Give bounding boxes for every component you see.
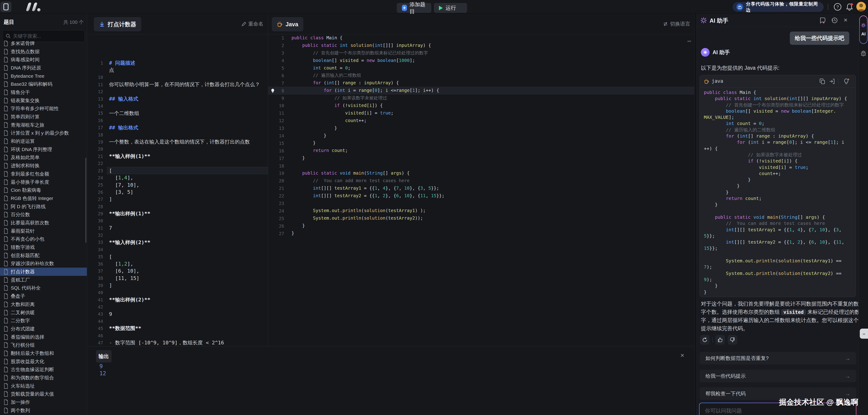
sidebar-item[interactable]: 股票收益最大化 — [0, 357, 87, 365]
arrow-right-icon: → — [845, 373, 850, 379]
thumbs-down-button[interactable] — [727, 335, 737, 345]
sidebar-item[interactable]: 二叉树供暖 — [0, 309, 87, 317]
java-code-editor[interactable]: 1public class Main {2 public static int … — [268, 34, 694, 237]
run-button[interactable]: 运行 — [434, 3, 467, 13]
thumbs-up-button[interactable] — [715, 335, 725, 345]
markdown-line: 26 [3, 5] — [87, 189, 268, 196]
ai-code-content[interactable]: public class Main { public static int so… — [704, 89, 847, 295]
sidebar-item[interactable]: RGB 色值转 Integer — [0, 194, 87, 202]
history-icon[interactable] — [831, 17, 838, 24]
sidebar-item[interactable]: 链表聚集交换 — [0, 96, 87, 105]
suggestion-card[interactable]: 如何判断数据范围是否重复? → — [700, 352, 856, 364]
sidebar-item[interactable]: 飞行棋分组 — [0, 341, 87, 349]
sidebar-item[interactable]: 青海湖租车之旅 — [0, 121, 87, 129]
markdown-editor[interactable]: 1# 问题描述点10 11你可以帮助小明算一算，在不同的情况下，计数器会打出几个… — [87, 46, 268, 346]
sidebar-item[interactable]: SQL 代码补全 — [0, 284, 87, 292]
help-icon[interactable]: ? — [834, 3, 842, 11]
document-icon — [4, 138, 8, 144]
document-icon — [4, 253, 8, 258]
document-icon — [4, 180, 8, 185]
sidebar-scrollbar[interactable] — [85, 158, 86, 243]
sidebar-item[interactable]: 百分位数 — [0, 211, 87, 219]
line-number: 10 — [87, 75, 107, 80]
sidebar-item[interactable]: 叠盘子 — [0, 292, 87, 300]
new-chat-icon[interactable] — [819, 17, 827, 24]
sidebar-item[interactable]: 加一操作 — [0, 398, 87, 406]
sidebar-item[interactable]: 阿 D 的飞行路线 — [0, 202, 87, 211]
problem-tab[interactable]: 打点计数器 — [94, 17, 141, 31]
sidebar-item[interactable]: 和的逆运算 — [0, 137, 87, 145]
sidebar-item[interactable]: 穿越沙漠的补给次数 — [0, 260, 87, 268]
sidebar-item[interactable]: 分布式团建 — [0, 325, 87, 333]
switch-language-button[interactable]: 切换语言 — [663, 21, 690, 27]
copy-icon[interactable] — [819, 78, 826, 85]
sidebar-item[interactable]: 猜数字游戏 — [0, 243, 87, 251]
quick-fix-lightbulb-icon[interactable] — [270, 88, 276, 94]
sidebar-item[interactable]: 古生物血缘远近判断 — [0, 365, 87, 374]
sidebar-item[interactable]: 比赛最高获胜次数 — [0, 219, 87, 227]
sidebar-item[interactable]: Base32 编码和解码 — [0, 80, 87, 88]
output-tab[interactable]: 输出 — [96, 350, 112, 362]
document-icon — [4, 293, 8, 299]
insert-code-icon[interactable] — [829, 78, 836, 85]
markdown-line: 29**输出样例(1)** — [87, 210, 268, 217]
sidebar-item-label: 蛋糕工厂 — [11, 277, 30, 283]
notification-bell-icon[interactable] — [845, 3, 854, 11]
sidebar-item[interactable]: 及格如此简单 — [0, 154, 87, 162]
sidebar-item[interactable]: 计算位置 x 到 y 的最少步数 — [0, 129, 87, 137]
app-logo[interactable] — [25, 2, 49, 12]
rename-button[interactable]: 重命名 — [241, 21, 264, 27]
close-icon[interactable]: × — [842, 17, 849, 24]
debug-bug-icon[interactable] — [861, 50, 866, 57]
sidebar-item[interactable]: 创意标题匹配 — [0, 251, 87, 260]
sidebar-item[interactable]: Cion 勒索病毒 — [0, 186, 87, 194]
sidebar-item[interactable]: 进制求和转换 — [0, 162, 87, 170]
sparkle-icon — [701, 17, 707, 24]
sidebar-item[interactable]: 多米诺骨牌 — [0, 39, 87, 47]
problem-description-panel: 打点计数器 重命名 1# 问题描述点10 11你可以帮助小明算一算，在不同的情况… — [87, 14, 268, 346]
user-avatar[interactable] — [856, 2, 866, 11]
sidebar-item[interactable]: 打点计数器 — [0, 267, 87, 276]
sidebar-item[interactable]: 翻转后最大子数组和 — [0, 349, 87, 357]
sidebar-item[interactable]: 环状 DNA 序列整理 — [0, 145, 87, 154]
output-close-icon[interactable]: × — [680, 351, 684, 359]
sidebar-item[interactable]: 简单四则计算 — [0, 113, 87, 121]
sidebar-item[interactable]: 两个数列 — [0, 406, 87, 415]
add-problem-button[interactable]: + 添加题目 — [397, 3, 431, 13]
promo-banner[interactable]: 分享代码练习体验，领限量定制周边 — [733, 2, 824, 12]
sidebar-item[interactable]: 病毒感染时间 — [0, 56, 87, 64]
sidebar-item[interactable]: 最小替换子串长度 — [0, 178, 87, 186]
sidebar-item-label: 拿到最多红包金额 — [11, 171, 49, 177]
language-tab-java[interactable]: Java — [272, 17, 303, 31]
search-input[interactable] — [13, 33, 82, 39]
sidebar-item[interactable]: 暴雨梨花针 — [0, 227, 87, 235]
code-panel-header: Java 切换语言 — [268, 14, 694, 34]
sidebar-item[interactable]: 二分数字 — [0, 317, 87, 325]
sidebar-item[interactable]: 番茄编辑的选择 — [0, 333, 87, 341]
sidebar-item[interactable]: 拿到最多红包金额 — [0, 170, 87, 178]
sidebar-toggle-button[interactable] — [0, 2, 11, 12]
sidebar-item-label: 和的逆运算 — [11, 138, 35, 145]
sidebar-item[interactable]: 和为偶数的数字组合 — [0, 374, 87, 382]
sidebar-item[interactable]: 字符串有多少种可能性 — [0, 105, 87, 113]
sidebar-item[interactable]: 不再贪心的小包 — [0, 235, 87, 244]
pencil-icon — [241, 22, 246, 27]
sidebar-item[interactable]: 查找热点数据 — [0, 47, 87, 56]
sidebar-item[interactable]: 蛋糕工厂 — [0, 276, 87, 284]
hint-lightbulb-icon[interactable] — [843, 78, 850, 85]
sidebar-item[interactable]: DNA 序列还原 — [0, 64, 87, 72]
sidebar-item[interactable]: 火车站选址 — [0, 382, 87, 390]
ai-code-line: int count = 0; — [704, 121, 847, 127]
sidebar-item[interactable]: 货船载货量的最大值 — [0, 390, 87, 398]
ai-code-line: for (int[] range : inputArray) { — [704, 133, 847, 139]
line-number: 22 — [268, 193, 288, 198]
suggestion-card[interactable]: 给我一些代码提示 → — [700, 370, 856, 382]
panel-collapse-handle[interactable]: ›‹ — [860, 329, 868, 339]
ai-code-line — [704, 208, 847, 214]
ai-assistant-toggle[interactable]: AI — [859, 15, 868, 44]
markdown-line: 47- 数字范围 [-10^9, 10^9]，数组长度 < 2^16 — [87, 339, 268, 346]
sidebar-item[interactable]: 猫鱼分干 — [0, 88, 87, 96]
sidebar-item[interactable]: 大数和距离 — [0, 300, 87, 309]
regenerate-button[interactable] — [700, 335, 710, 345]
sidebar-item[interactable]: Bytedance Tree — [0, 72, 87, 80]
